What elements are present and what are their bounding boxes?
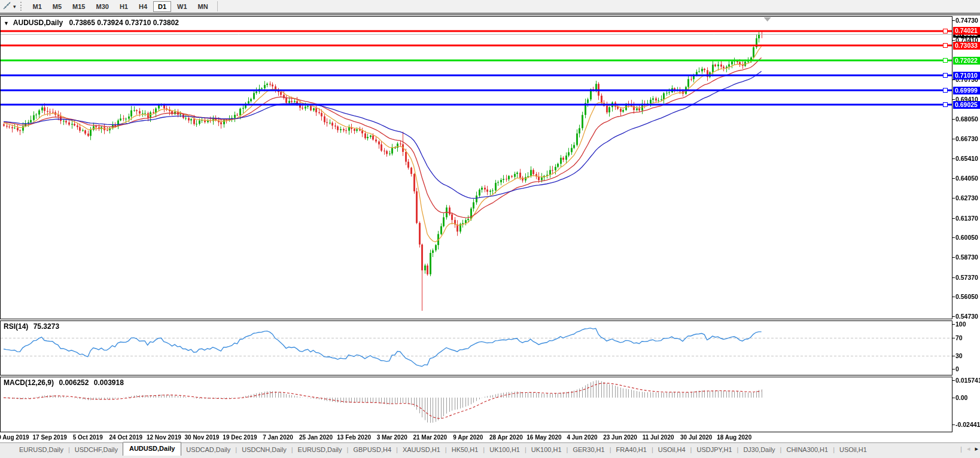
date-label: 9 Apr 2020 [453, 434, 483, 441]
chart-tab-usdcad-daily[interactable]: USDCAD,Daily [181, 444, 235, 455]
macd-tick-label: 0.00 [955, 394, 967, 401]
timeframe-button-h4[interactable]: H4 [134, 1, 152, 12]
price-line-label: 0.69025 [953, 101, 980, 109]
price-tick-label: 0.68050 [955, 115, 978, 123]
price-tick-label: 0.74730 [955, 17, 978, 24]
chart-tab-china300-h1[interactable]: CHINA300,H1 [781, 444, 833, 455]
symbol-period-label: AUDUSD,Daily [13, 19, 63, 27]
timeframe-button-d1[interactable]: D1 [153, 1, 171, 12]
price-tick-label: 0.64050 [955, 175, 978, 182]
chart-canvas[interactable] [0, 0, 980, 458]
chart-tab-hk50-h1[interactable]: HK50,H1 [447, 444, 483, 455]
chart-tab-gbpusd-h4[interactable]: GBPUSD,H4 [348, 444, 396, 455]
rsi-tick-label: 0 [955, 365, 959, 372]
chart-tab-eurusd-daily[interactable]: EURUSD,Daily [293, 444, 347, 455]
date-label: 5 Oct 2019 [73, 434, 103, 441]
timeframe-button-m5[interactable]: M5 [48, 1, 66, 12]
chart-tab-audusd-daily[interactable]: AUDUSD,Daily [123, 442, 181, 456]
timeframe-button-m15[interactable]: M15 [68, 1, 90, 12]
price-tick-label: 0.62730 [955, 194, 978, 201]
price-line-label: 0.73033 [953, 42, 980, 50]
rsi-name: RSI(14) [4, 322, 28, 331]
date-label: 11 Jul 2020 [643, 434, 674, 441]
toolbar-separator [217, 1, 218, 11]
rsi-tick-label: 30 [955, 352, 963, 359]
date-label: 13 Feb 2020 [337, 434, 371, 441]
chevron-down-icon: ▾ [13, 4, 16, 10]
date-label: 25 Jan 2020 [299, 434, 333, 441]
price-tick-label: 0.56050 [955, 293, 978, 300]
macd-main-value: 0.006252 [59, 378, 89, 387]
ohlc-values: 0.73865 0.73924 0.73710 0.73802 [69, 19, 179, 27]
timeframe-button-w1[interactable]: W1 [172, 1, 192, 12]
chart-tabs: EURUSD,Daily|USDCHF,DailyAUDUSD,DailyUSD… [0, 443, 980, 456]
date-label: 4 Jun 2020 [567, 434, 597, 441]
date-label: 21 Mar 2020 [413, 434, 447, 441]
chart-tab-dj30-daily[interactable]: DJ30,Daily [738, 444, 780, 455]
toolbar-grip[interactable] [20, 2, 23, 11]
chart-tab-usdchf-daily[interactable]: USDCHF,Daily [70, 444, 123, 455]
chart-tab-eurusd-daily[interactable]: EURUSD,Daily [14, 444, 68, 455]
toolbar-shadow-strip [0, 13, 980, 16]
rsi-value: 75.3273 [34, 322, 59, 331]
tab-scroll-right-icon[interactable]: ▸ [975, 445, 978, 453]
price-tick-label: 0.54730 [955, 313, 978, 320]
date-label: 7 Jan 2020 [263, 434, 293, 441]
crosshair-line-tool-icon [2, 2, 11, 11]
chart-title: ▼ AUDUSD,Daily 0.73865 0.73924 0.73710 0… [4, 19, 179, 27]
date-label: 23 Jun 2020 [603, 434, 637, 441]
price-tick-label: 0.65410 [955, 155, 978, 162]
price-tick-label: 0.66730 [955, 135, 978, 142]
timeframe-buttons: M1M5M15M30H1H4D1W1MN [28, 1, 214, 12]
chart-tab-ger30-h1[interactable]: GER30,H1 [568, 444, 609, 455]
price-tick-label: 0.61370 [955, 215, 978, 222]
macd-name: MACD(12,26,9) [4, 378, 54, 387]
date-label: 16 May 2020 [526, 434, 561, 441]
chart-tab-uk100-h1[interactable]: UK100,H1 [485, 444, 525, 455]
chart-tab-uk100-h1[interactable]: UK100,H1 [526, 444, 567, 455]
price-line-label: 0.74021 [953, 27, 980, 35]
date-label: 17 Sep 2019 [33, 434, 67, 441]
price-line-label: 0.69999 [953, 87, 980, 94]
macd-tick-label: 0.015741 [955, 377, 980, 384]
date-label: 28 Apr 2020 [489, 434, 523, 441]
macd-signal-value: 0.003918 [94, 378, 124, 387]
rsi-indicator-label: RSI(14) 75.3273 [4, 322, 59, 331]
tab-separator: | [960, 445, 962, 453]
chart-tab-usdcnh-daily[interactable]: USDCNH,Daily [237, 444, 291, 455]
timeframe-toolbar: ▾ M1M5M15M30H1H4D1W1MN [0, 0, 980, 13]
price-line-label: 0.72022 [953, 57, 980, 65]
date-label: 3 Mar 2020 [377, 434, 407, 441]
chart-tab-xauusd-h1[interactable]: XAUUSD,H1 [398, 444, 445, 455]
mt4-window: { "toolbar": { "cursor_tool_icon": "cros… [0, 0, 980, 458]
collapse-arrow-icon[interactable]: ▼ [4, 20, 9, 26]
rsi-tick-label: 70 [955, 334, 963, 341]
date-label: 12 Nov 2019 [147, 434, 181, 441]
chart-tab-usoil-h4[interactable]: USOil,H4 [653, 444, 690, 455]
timeframe-button-mn[interactable]: MN [193, 1, 213, 12]
rsi-tick-label: 100 [955, 320, 966, 328]
price-tick-label: 0.57370 [955, 274, 978, 281]
tab-scroll-left-icon[interactable]: ◂ [967, 445, 970, 453]
price-line-label: 0.71010 [953, 72, 980, 80]
timeframe-button-h1[interactable]: H1 [115, 1, 133, 12]
date-label: 30 Jul 2020 [680, 434, 712, 441]
macd-tick-label: -0.024412 [955, 421, 980, 428]
timeframe-button-m1[interactable]: M1 [28, 1, 47, 12]
price-tick-label: 0.58730 [955, 254, 978, 261]
chart-tab-fra40-h1[interactable]: FRA40,H1 [611, 444, 652, 455]
date-label: 30 Nov 2019 [184, 434, 219, 441]
date-label: 24 Oct 2019 [109, 434, 142, 441]
chart-tab-bar: EURUSD,Daily|USDCHF,DailyAUDUSD,DailyUSD… [0, 442, 980, 458]
tab-scroll-controls: | ◂ ▸ [960, 445, 978, 453]
price-tick-label: 0.60050 [955, 234, 978, 241]
time-axis: 29 Aug 201917 Sep 20195 Oct 201924 Oct 2… [0, 432, 952, 442]
date-label: 18 Aug 2020 [717, 434, 751, 441]
crosshair-tool-button[interactable]: ▾ [0, 1, 19, 12]
chart-tab-usoil-h1[interactable]: USOil,H1 [835, 444, 872, 455]
macd-indicator-label: MACD(12,26,9) 0.006252 0.003918 [4, 378, 124, 387]
chart-tab-usdjpy-h1[interactable]: USDJPY,H1 [692, 444, 736, 455]
timeframe-button-m30[interactable]: M30 [92, 1, 114, 12]
date-label: 19 Dec 2019 [223, 434, 257, 441]
date-label: 29 Aug 2019 [0, 434, 29, 441]
